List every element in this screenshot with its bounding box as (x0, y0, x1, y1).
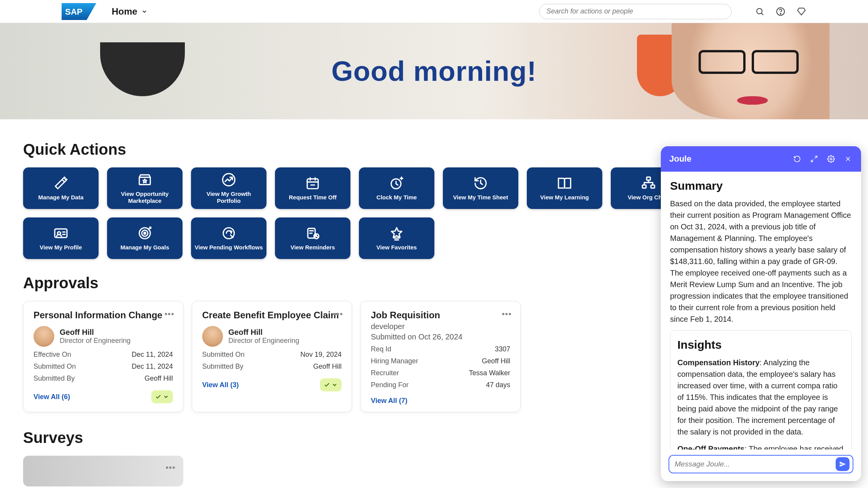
kv-value: Nov 19, 2024 (300, 351, 342, 359)
summary-text: Based on the data provided, the employee… (670, 198, 852, 325)
view-all-link[interactable]: View All (7) (371, 397, 407, 405)
sap-logo: SAP (62, 3, 96, 20)
quick-action-view-my-learning[interactable]: View My Learning (527, 167, 602, 209)
close-icon[interactable] (843, 154, 853, 164)
person-role: Director of Engineering (228, 337, 299, 345)
kv-row: Pending For47 days (371, 381, 510, 389)
svg-marker-39 (392, 228, 402, 237)
home-nav[interactable]: Home (112, 6, 147, 17)
kv-value: Geoff Hill (144, 374, 173, 383)
quick-action-view-pending-workflows[interactable]: View Pending Workflows (191, 217, 266, 259)
card-title: Create Benefit Employee Claim (202, 310, 342, 321)
decor-lamp (100, 42, 185, 96)
survey-more-button[interactable]: ••• (166, 463, 176, 473)
header-icons (755, 7, 806, 17)
kv-key: Pending For (371, 381, 409, 389)
insights-heading: Insights (677, 338, 845, 351)
svg-marker-6 (798, 8, 805, 15)
quick-action-view-reminders[interactable]: View Reminders (275, 217, 350, 259)
view-all-link[interactable]: View All (3) (202, 381, 239, 389)
quick-action-clock-my-time[interactable]: Clock My Time (359, 167, 434, 209)
target-icon (137, 226, 152, 241)
kv-key: Req Id (371, 345, 391, 353)
person-name: Geoff Hill (60, 328, 131, 337)
joule-panel: Joule Summary Based on the data provided… (661, 146, 861, 481)
avatar (34, 326, 54, 347)
quick-action-label: View Favorites (374, 244, 420, 251)
summary-heading: Summary (670, 179, 852, 192)
expand-icon[interactable] (809, 154, 819, 164)
quick-action-manage-my-goals[interactable]: Manage My Goals (107, 217, 183, 259)
joule-text-field[interactable] (675, 460, 836, 468)
quick-action-label: View My Profile (37, 244, 85, 251)
svg-text:SAP: SAP (65, 7, 82, 17)
workflow-icon (221, 226, 236, 241)
quick-action-manage-my-data[interactable]: Manage My Data (23, 167, 99, 209)
quick-action-view-favorites[interactable]: View Favorites (359, 217, 434, 259)
svg-line-43 (811, 160, 814, 162)
view-all-link[interactable]: View All (6) (34, 393, 70, 401)
send-button[interactable] (836, 457, 850, 471)
refresh-icon[interactable] (793, 154, 802, 164)
kv-row: Submitted OnNov 19, 2024 (202, 351, 342, 359)
approve-button[interactable] (151, 390, 173, 403)
card-more-button[interactable]: ••• (333, 309, 343, 319)
svg-point-32 (144, 232, 146, 234)
kv-value: Geoff Hill (313, 363, 342, 371)
card-footer: View All (6) (34, 390, 173, 403)
quick-action-view-my-time-sheet[interactable]: View My Time Sheet (443, 167, 518, 209)
clock-plus-icon (389, 175, 404, 191)
quick-action-request-time-off[interactable]: Request Time Off (275, 167, 350, 209)
card-footer: View All (3) (202, 378, 342, 391)
global-search[interactable] (539, 4, 732, 19)
svg-line-3 (761, 13, 763, 15)
home-nav-label: Home (112, 6, 137, 17)
kv-row: Effective OnDec 11, 2024 (34, 351, 173, 359)
card-more-button[interactable]: ••• (502, 309, 512, 319)
diamond-icon[interactable] (796, 7, 806, 17)
kv-key: Effective On (34, 351, 71, 359)
top-bar: SAP Home (0, 0, 868, 23)
kv-key: Submitted On (34, 363, 76, 371)
person-role: Director of Engineering (60, 337, 131, 345)
quick-action-label: View Reminders (287, 244, 338, 251)
help-icon[interactable] (776, 7, 786, 17)
card-submitted-line: Submitted on Oct 26, 2024 (371, 333, 510, 341)
kv-key: Submitted By (34, 374, 75, 383)
kv-row: Submitted ByGeoff Hill (34, 374, 173, 383)
search-icon[interactable] (755, 7, 765, 17)
svg-point-2 (757, 8, 762, 14)
card-more-button[interactable]: ••• (164, 309, 174, 319)
joule-header: Joule (661, 146, 861, 172)
svg-point-5 (780, 13, 781, 14)
svg-line-34 (231, 235, 233, 237)
insight-oneoff: One-Off Payments: The employee has recei… (677, 443, 845, 450)
svg-rect-7 (139, 177, 151, 185)
chevron-down-icon (141, 6, 147, 17)
joule-input[interactable] (669, 455, 853, 473)
quick-action-view-my-profile[interactable]: View My Profile (23, 217, 99, 259)
org-chart-icon (641, 175, 656, 191)
svg-rect-10 (307, 179, 318, 189)
quick-action-label: Request Time Off (286, 194, 340, 201)
quick-action-label: Manage My Data (35, 194, 87, 201)
person-row: Geoff HillDirector of Engineering (34, 326, 173, 347)
quick-action-view-opportunity-mkpl[interactable]: View Opportunity Marketplace (107, 167, 183, 209)
quick-action-label: View Pending Workflows (192, 244, 266, 251)
quick-action-view-growth-portfolio[interactable]: View My Growth Portfolio (191, 167, 266, 209)
joule-title: Joule (669, 154, 691, 164)
card-footer: View All (7) (371, 397, 510, 405)
pencil-spark-icon (53, 175, 69, 191)
person-name: Geoff Hill (228, 328, 299, 337)
kv-key: Hiring Manager (371, 357, 418, 365)
kv-value: 47 days (486, 381, 510, 389)
search-input[interactable] (546, 7, 724, 15)
kv-value: Tessa Walker (469, 369, 510, 377)
kv-row: Hiring ManagerGeoff Hill (371, 357, 510, 365)
approve-button[interactable] (320, 378, 342, 391)
svg-marker-8 (143, 179, 147, 183)
kv-key: Submitted On (202, 351, 245, 359)
gear-icon[interactable] (826, 154, 836, 164)
survey-card[interactable]: ••• (23, 456, 183, 486)
hero-greeting: Good morning! (332, 55, 537, 87)
